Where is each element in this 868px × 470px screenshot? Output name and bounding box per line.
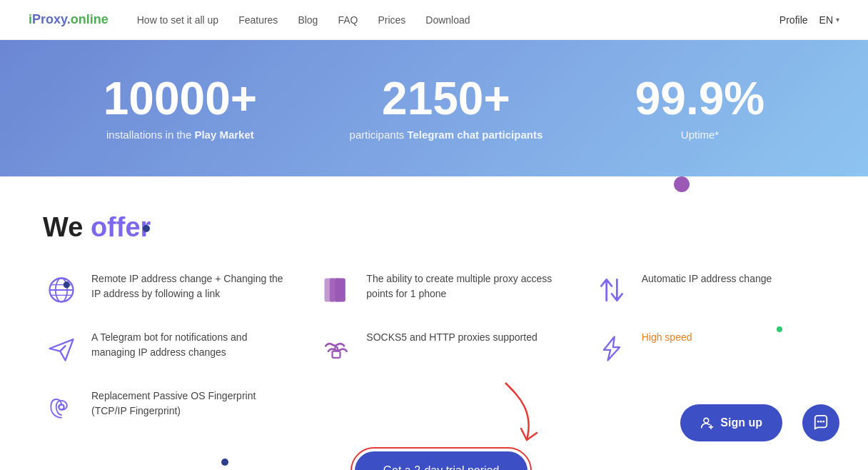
- logo[interactable]: iProxy.online: [29, 12, 108, 27]
- stat-telegram-desc: participants Telegram chat participants: [350, 129, 543, 141]
- nav-how-to[interactable]: How to set it all up: [137, 14, 218, 26]
- chevron-down-icon: ▾: [836, 16, 839, 24]
- feature-remote-ip: Remote IP address change + Changing the …: [43, 271, 289, 309]
- lightning-icon: [593, 330, 630, 367]
- feature-fingerprint: Replacement Passive OS Fingerprint (TCP/…: [43, 389, 289, 426]
- chat-icon: [813, 415, 829, 431]
- stat-uptime: 99.9% Uptime*: [635, 76, 764, 141]
- decorative-dot-cursor: [143, 225, 150, 232]
- chain-lock-icon: [318, 330, 355, 367]
- feature-multiple-proxy: The ability to create multiple proxy acc…: [318, 271, 564, 309]
- feature-high-speed: High speed: [593, 330, 839, 367]
- nav-blog[interactable]: Blog: [298, 14, 318, 26]
- fingerprint-icon: [43, 389, 80, 426]
- cta-button-border: Get a 2-day trial period: [350, 447, 533, 470]
- main-nav: How to set it all up Features Blog FAQ P…: [137, 14, 779, 26]
- stat-uptime-desc: Uptime*: [635, 129, 764, 141]
- feature-telegram-bot-text: A Telegram bot for notifications and man…: [91, 330, 289, 360]
- user-plus-icon: [700, 416, 715, 430]
- svg-point-11: [704, 418, 709, 423]
- feature-telegram-bot: A Telegram bot for notifications and man…: [43, 330, 289, 367]
- features-grid: Remote IP address change + Changing the …: [43, 271, 839, 426]
- nav-faq[interactable]: FAQ: [338, 14, 358, 26]
- nav-features[interactable]: Features: [238, 14, 278, 26]
- svg-point-12: [817, 421, 819, 423]
- decorative-dot-purple: [674, 176, 690, 192]
- feature-auto-ip: Automatic IP address change: [593, 271, 839, 309]
- feature-socks-http: SOCKS5 and HTTP proxies supported: [318, 330, 564, 367]
- profile-link[interactable]: Profile: [779, 14, 808, 26]
- svg-rect-8: [335, 279, 345, 302]
- chat-button[interactable]: [802, 404, 839, 441]
- feature-high-speed-text: High speed: [642, 330, 692, 345]
- stats-banner: 10000+ installations in the Play Market …: [0, 40, 868, 176]
- signup-button[interactable]: Sign up: [680, 404, 782, 441]
- nav-download[interactable]: Download: [425, 14, 470, 26]
- svg-rect-9: [333, 351, 340, 358]
- header-right: Profile EN ▾: [779, 14, 839, 26]
- telegram-icon: [43, 330, 80, 367]
- lang-label: EN: [819, 14, 833, 26]
- we-offer-title: We offer: [43, 212, 839, 243]
- feature-remote-ip-text: Remote IP address change + Changing the …: [91, 271, 289, 301]
- logo-proxy: Proxy: [32, 12, 67, 26]
- svg-point-14: [822, 421, 824, 423]
- stat-uptime-number: 99.9%: [635, 76, 764, 121]
- red-arrow-decoration: [498, 376, 541, 440]
- svg-point-13: [820, 421, 822, 423]
- phone-proxy-icon: [318, 271, 355, 309]
- feature-auto-ip-text: Automatic IP address change: [642, 271, 772, 286]
- logo-online: online: [71, 12, 108, 26]
- cta-area: Get a 2-day trial period: [43, 447, 839, 470]
- stat-installs-desc: installations in the Play Market: [104, 129, 257, 141]
- stat-telegram: 2150+ participants Telegram chat partici…: [350, 76, 543, 141]
- trial-button[interactable]: Get a 2-day trial period: [355, 451, 528, 470]
- stat-installs: 10000+ installations in the Play Market: [104, 76, 257, 141]
- feature-multiple-proxy-text: The ability to create multiple proxy acc…: [366, 271, 564, 301]
- feature-fingerprint-text: Replacement Passive OS Fingerprint (TCP/…: [91, 389, 289, 419]
- arrows-updown-icon: [593, 271, 630, 309]
- signup-label: Sign up: [720, 416, 762, 429]
- stat-telegram-number: 2150+: [350, 76, 543, 121]
- header: iProxy.online How to set it all up Featu…: [0, 0, 868, 40]
- feature-socks-http-text: SOCKS5 and HTTP proxies supported: [366, 330, 537, 345]
- globe-icon: [43, 271, 80, 309]
- nav-prices[interactable]: Prices: [378, 14, 405, 26]
- lang-selector[interactable]: EN ▾: [819, 14, 839, 26]
- offer-highlight: offer: [91, 212, 151, 242]
- svg-point-5: [64, 281, 70, 288]
- stat-installs-number: 10000+: [104, 76, 257, 121]
